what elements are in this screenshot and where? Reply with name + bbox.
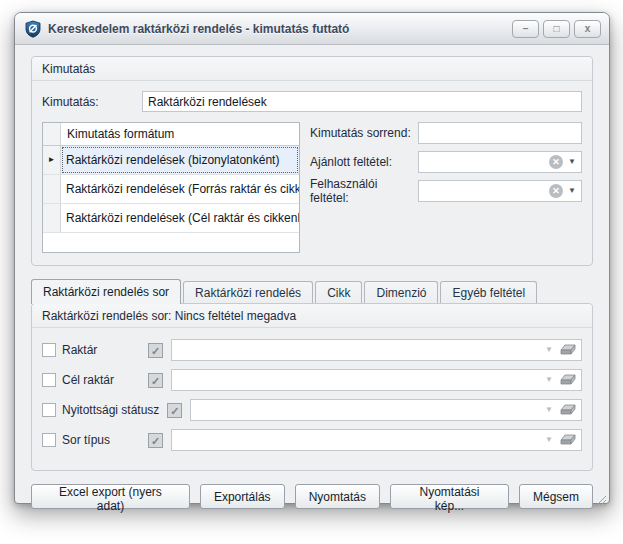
sor-tipus-locked-checkbox-icon: ✓ bbox=[148, 433, 163, 448]
cel-raktar-locked-checkbox-icon: ✓ bbox=[148, 373, 163, 388]
filter-groupbox: Raktárközi rendelés sor: Nincs feltétel … bbox=[31, 303, 593, 471]
tab-egyeb-feltetel[interactable]: Egyéb feltétel bbox=[440, 281, 537, 303]
desktop-background: Kereskedelem raktárközi rendelés - kimut… bbox=[0, 0, 623, 544]
chevron-down-icon[interactable]: ▼ bbox=[568, 158, 576, 166]
grid-cell: Raktárközi rendelések (Cél raktár és cik… bbox=[61, 204, 299, 232]
chevron-down-icon[interactable]: ▼ bbox=[545, 376, 553, 384]
close-button[interactable]: x bbox=[574, 20, 601, 38]
maximize-button[interactable]: □ bbox=[543, 20, 570, 38]
chevron-down-icon[interactable]: ▼ bbox=[545, 346, 553, 354]
tab-cikk[interactable]: Cikk bbox=[315, 281, 362, 303]
window-title: Kereskedelem raktárközi rendelés - kimut… bbox=[48, 22, 512, 36]
grid-cell: Raktárközi rendelések (Forrás raktár és … bbox=[61, 175, 299, 203]
tab-dimenzio[interactable]: Dimenzió bbox=[364, 281, 438, 303]
nyitottsagi-statusz-checkbox[interactable] bbox=[42, 403, 56, 417]
chevron-down-icon[interactable]: ▼ bbox=[545, 436, 553, 444]
sort-order-label: Kimutatás sorrend: bbox=[310, 126, 418, 140]
grid-row[interactable]: Raktárközi rendelések (Forrás raktár és … bbox=[43, 175, 299, 204]
raktar-combobox[interactable]: ▼ bbox=[171, 339, 582, 361]
grid-column-header: Kimutatás formátum bbox=[61, 123, 180, 145]
clear-icon[interactable]: ✕ bbox=[549, 184, 563, 198]
sort-order-input[interactable] bbox=[418, 122, 582, 144]
clear-icon[interactable]: ✕ bbox=[549, 155, 563, 169]
title-bar[interactable]: Kereskedelem raktárközi rendelés - kimut… bbox=[15, 13, 609, 45]
dialog-button-row: Excel export (nyers adat) Exportálás Nyo… bbox=[31, 484, 593, 509]
print-button[interactable]: Nyomtatás bbox=[295, 484, 380, 509]
grid-header-row: Kimutatás formátum bbox=[43, 123, 299, 146]
filter-row-cel-raktar: Cél raktár ✓ ▼ bbox=[42, 369, 582, 391]
export-button[interactable]: Exportálás bbox=[200, 484, 285, 509]
sor-tipus-label: Sor típus bbox=[62, 433, 148, 447]
tab-strip: Raktárközi rendelés sor Raktárközi rende… bbox=[31, 279, 593, 303]
suggested-filter-label: Ajánlott feltétel: bbox=[310, 155, 418, 169]
report-name-input[interactable] bbox=[142, 91, 582, 112]
filter-groupbox-title: Raktárközi rendelés sor: Nincs feltétel … bbox=[32, 304, 592, 328]
report-groupbox-title: Kimutatás bbox=[32, 57, 592, 81]
app-logo-icon bbox=[24, 20, 42, 38]
raktar-checkbox[interactable] bbox=[42, 343, 56, 357]
suggested-filter-combobox[interactable]: ✕ ▼ bbox=[418, 151, 582, 173]
nyitottsagi-statusz-locked-checkbox-icon: ✓ bbox=[167, 403, 182, 418]
grid-row-selected[interactable]: ► Raktárközi rendelések (bizonylatonként… bbox=[43, 146, 299, 175]
grid-indicator-header bbox=[43, 123, 61, 145]
user-filter-label: Felhasználói feltétel: bbox=[310, 177, 418, 205]
dialog-window: Kereskedelem raktárközi rendelés - kimut… bbox=[14, 12, 610, 504]
report-format-grid: Kimutatás formátum ► Raktárközi rendelés… bbox=[42, 122, 300, 253]
eraser-icon[interactable] bbox=[559, 374, 577, 387]
cel-raktar-label: Cél raktár bbox=[62, 373, 148, 387]
filter-row-nyitottsagi-statusz: Nyitottsági státusz ✓ ▼ bbox=[42, 399, 582, 421]
eraser-icon[interactable] bbox=[559, 434, 577, 447]
chevron-down-icon[interactable]: ▼ bbox=[568, 187, 576, 195]
current-row-marker-icon: ► bbox=[48, 156, 56, 164]
excel-export-button[interactable]: Excel export (nyers adat) bbox=[31, 484, 190, 509]
report-groupbox: Kimutatás Kimutatás: Kimutatás formátum bbox=[31, 56, 593, 266]
grid-cell: Raktárközi rendelések (bizonylatonként) bbox=[61, 146, 299, 174]
print-preview-button[interactable]: Nyomtatási kép... bbox=[390, 484, 509, 509]
sor-tipus-checkbox[interactable] bbox=[42, 433, 56, 447]
eraser-icon[interactable] bbox=[559, 404, 577, 417]
raktar-label: Raktár bbox=[62, 343, 148, 357]
sor-tipus-combobox[interactable]: ▼ bbox=[171, 429, 582, 451]
cel-raktar-combobox[interactable]: ▼ bbox=[171, 369, 582, 391]
report-name-label: Kimutatás: bbox=[42, 95, 142, 109]
nyitottsagi-statusz-combobox[interactable]: ▼ bbox=[190, 399, 582, 421]
chevron-down-icon[interactable]: ▼ bbox=[545, 406, 553, 414]
minimize-button[interactable]: – bbox=[512, 20, 539, 38]
raktar-locked-checkbox-icon: ✓ bbox=[148, 343, 163, 358]
cancel-button[interactable]: Mégsem bbox=[519, 484, 593, 509]
cel-raktar-checkbox[interactable] bbox=[42, 373, 56, 387]
resize-grip[interactable] bbox=[593, 493, 606, 506]
grid-empty-area bbox=[43, 233, 299, 252]
tab-raktarkozi-rendeles[interactable]: Raktárközi rendelés bbox=[183, 281, 313, 303]
nyitottsagi-statusz-label: Nyitottsági státusz bbox=[62, 403, 167, 417]
grid-row[interactable]: Raktárközi rendelések (Cél raktár és cik… bbox=[43, 204, 299, 233]
filter-row-raktar: Raktár ✓ ▼ bbox=[42, 339, 582, 361]
filter-row-sor-tipus: Sor típus ✓ ▼ bbox=[42, 429, 582, 451]
eraser-icon[interactable] bbox=[559, 344, 577, 357]
tab-raktarkozi-rendeles-sor[interactable]: Raktárközi rendelés sor bbox=[31, 279, 181, 304]
user-filter-combobox[interactable]: ✕ ▼ bbox=[418, 180, 582, 202]
